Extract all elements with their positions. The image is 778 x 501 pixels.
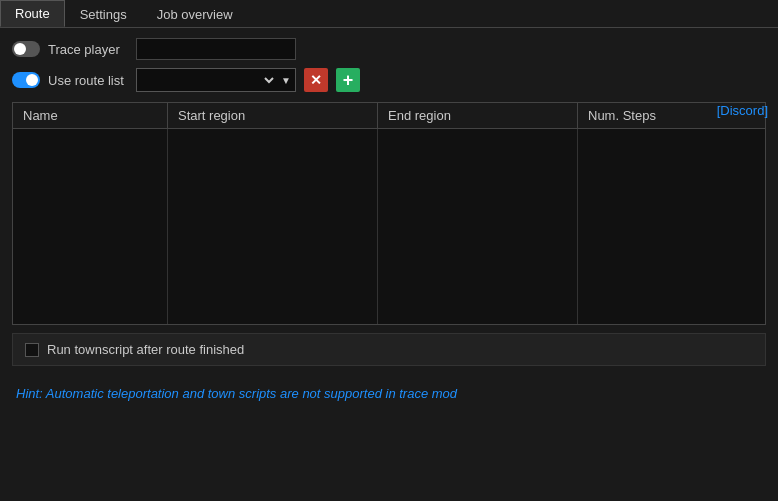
use-route-list-label: Use route list xyxy=(48,73,128,88)
remove-route-button[interactable]: ✕ xyxy=(304,68,328,92)
route-table: Name Start region End region Num. Steps xyxy=(12,102,766,325)
run-townscript-label: Run townscript after route finished xyxy=(47,342,244,357)
run-townscript-checkbox[interactable] xyxy=(25,343,39,357)
tab-job-overview[interactable]: Job overview xyxy=(142,0,248,27)
discord-link[interactable]: [Discord] xyxy=(717,103,768,118)
tab-route[interactable]: Route xyxy=(0,0,65,27)
cell-end-region xyxy=(378,129,578,324)
column-start-region: Start region xyxy=(168,103,378,128)
run-townscript-row: Run townscript after route finished xyxy=(12,333,766,366)
tab-settings[interactable]: Settings xyxy=(65,0,142,27)
table-body xyxy=(13,129,765,324)
route-list-select[interactable] xyxy=(137,69,277,91)
trace-player-toggle[interactable] xyxy=(12,41,40,57)
cell-start-region xyxy=(168,129,378,324)
column-name: Name xyxy=(13,103,168,128)
trace-player-input[interactable] xyxy=(136,38,296,60)
hint-text: Hint: Automatic teleportation and town s… xyxy=(12,386,766,401)
trace-player-label: Trace player xyxy=(48,42,128,57)
column-end-region: End region xyxy=(378,103,578,128)
use-route-list-toggle[interactable] xyxy=(12,72,40,88)
table-header: Name Start region End region Num. Steps xyxy=(13,103,765,129)
route-list-dropdown[interactable]: ▼ xyxy=(136,68,296,92)
table-empty-row xyxy=(13,129,765,324)
cell-num-steps xyxy=(578,129,765,324)
chevron-down-icon: ▼ xyxy=(277,75,295,86)
cell-name xyxy=(13,129,168,324)
add-route-button[interactable]: + xyxy=(336,68,360,92)
